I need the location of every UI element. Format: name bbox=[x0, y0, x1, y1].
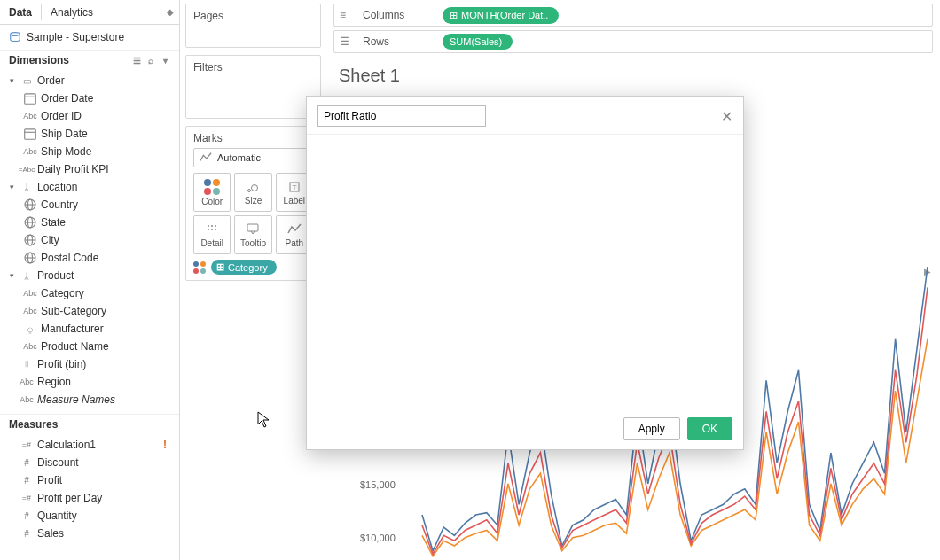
abc-icon: Abc bbox=[20, 395, 34, 404]
field-sales[interactable]: #Sales bbox=[0, 525, 179, 542]
field-category[interactable]: AbcCategory bbox=[0, 284, 179, 302]
field-daily-profit-kpi[interactable]: =AbcDaily Profit KPI bbox=[0, 160, 179, 178]
tooltip-icon bbox=[246, 222, 260, 237]
field-measure-names[interactable]: AbcMeasure Names bbox=[0, 391, 179, 408]
folder-product[interactable]: ▾ᛦProduct bbox=[0, 267, 179, 284]
tab-analytics[interactable]: Analytics bbox=[42, 0, 102, 24]
calc-formula-area[interactable] bbox=[307, 135, 743, 408]
svg-rect-27 bbox=[247, 224, 258, 231]
svg-text:T: T bbox=[292, 183, 296, 191]
svg-point-22 bbox=[211, 225, 213, 227]
folder-order[interactable]: ▾▭Order bbox=[0, 72, 179, 89]
color-icon bbox=[193, 261, 206, 274]
calc-name-input[interactable] bbox=[317, 105, 486, 127]
field-country[interactable]: Country bbox=[0, 196, 179, 214]
size-icon bbox=[246, 180, 260, 194]
expand-icon: ⊞ bbox=[216, 261, 224, 273]
marks-size-button[interactable]: Size bbox=[234, 173, 271, 212]
hash-icon: # bbox=[20, 529, 34, 539]
measures-header: Measures bbox=[0, 414, 179, 434]
rows-icon: ☰ bbox=[340, 35, 354, 48]
rows-pill[interactable]: SUM(Sales) bbox=[443, 34, 513, 50]
field-profit[interactable]: #Profit bbox=[0, 471, 179, 489]
calc-hash-icon: =# bbox=[20, 494, 34, 502]
svg-point-25 bbox=[211, 229, 213, 230]
field-order-id[interactable]: AbcOrder ID bbox=[0, 107, 179, 125]
label-icon: T bbox=[287, 180, 302, 194]
path-icon bbox=[287, 222, 302, 237]
abc-icon: Abc bbox=[20, 377, 34, 386]
marks-card: Marks Automatic Color Size T Label bbox=[185, 126, 321, 281]
marks-color-button[interactable]: Color bbox=[193, 173, 231, 212]
abc-icon: Abc bbox=[23, 307, 37, 315]
abc-icon: Abc bbox=[23, 342, 37, 351]
marks-detail-button[interactable]: Detail bbox=[193, 215, 231, 254]
dimensions-tree: ▾▭Order Order Date AbcOrder ID Ship Date… bbox=[0, 70, 179, 414]
field-state[interactable]: State bbox=[0, 214, 179, 231]
field-calculation1[interactable]: =#Calculation1! bbox=[0, 436, 179, 454]
field-sub-category[interactable]: AbcSub-Category bbox=[0, 302, 179, 320]
field-profit-per-day[interactable]: =#Profit per Day bbox=[0, 489, 179, 507]
field-manufacturer[interactable]: ⍜Manufacturer bbox=[0, 320, 179, 338]
field-city[interactable]: City bbox=[0, 231, 179, 249]
hierarchy-icon: ᛦ bbox=[20, 271, 34, 281]
svg-rect-1 bbox=[25, 94, 36, 104]
data-pane: Data Analytics ◆ Sample - Superstore Dim… bbox=[0, 0, 180, 560]
marks-type-dropdown[interactable]: Automatic bbox=[193, 148, 313, 167]
search-icon[interactable]: ⌕ bbox=[145, 55, 156, 66]
svg-point-0 bbox=[11, 33, 20, 36]
hash-icon: # bbox=[20, 511, 34, 521]
apply-button[interactable]: Apply bbox=[623, 417, 680, 440]
calendar-icon bbox=[23, 91, 37, 105]
menu-icon[interactable]: ▾ bbox=[160, 55, 170, 66]
datasource-name: Sample - Superstore bbox=[27, 31, 124, 43]
calc-hash-icon: =# bbox=[20, 440, 34, 449]
svg-point-18 bbox=[252, 184, 258, 191]
measures-tree: =#Calculation1! #Discount #Profit =#Prof… bbox=[0, 434, 179, 548]
folder-icon: ▭ bbox=[20, 76, 34, 86]
globe-icon bbox=[23, 251, 37, 265]
clip-icon: ⍜ bbox=[23, 324, 37, 334]
field-region[interactable]: AbcRegion bbox=[0, 373, 179, 391]
abc-icon: Abc bbox=[23, 289, 37, 298]
field-postal-code[interactable]: Postal Code bbox=[0, 249, 179, 267]
svg-point-23 bbox=[215, 225, 216, 227]
marks-pill-category[interactable]: ⊞Category bbox=[211, 260, 277, 275]
marks-tooltip-button[interactable]: Tooltip bbox=[234, 215, 271, 254]
field-order-date[interactable]: Order Date bbox=[0, 89, 179, 107]
columns-pill[interactable]: ⊞MONTH(Order Dat.. bbox=[443, 7, 559, 24]
field-discount[interactable]: #Discount bbox=[0, 454, 179, 471]
field-ship-mode[interactable]: AbcShip Mode bbox=[0, 143, 179, 160]
hierarchy-icon: ᛦ bbox=[20, 183, 34, 192]
columns-icon: ≡ bbox=[340, 9, 354, 21]
pages-shelf[interactable]: Pages bbox=[185, 4, 321, 48]
histogram-icon: ⫴ bbox=[20, 359, 34, 369]
view-icon[interactable]: ☰ bbox=[131, 55, 142, 66]
abc-icon: Abc bbox=[23, 147, 37, 156]
field-profit-bin[interactable]: ⫴Profit (bin) bbox=[0, 355, 179, 373]
sheet-title[interactable]: Sheet 1 bbox=[326, 53, 940, 89]
expand-icon: ⊞ bbox=[450, 10, 458, 21]
svg-rect-3 bbox=[25, 129, 36, 139]
filters-shelf[interactable]: Filters bbox=[185, 55, 321, 119]
tab-dropdown-icon[interactable]: ◆ bbox=[161, 7, 179, 17]
hash-icon: # bbox=[20, 458, 34, 468]
field-quantity[interactable]: #Quantity bbox=[0, 507, 179, 525]
field-ship-date[interactable]: Ship Date bbox=[0, 125, 179, 143]
field-product-name[interactable]: AbcProduct Name bbox=[0, 338, 179, 355]
tab-data[interactable]: Data bbox=[0, 0, 41, 24]
datasource-row[interactable]: Sample - Superstore bbox=[0, 25, 179, 50]
close-button[interactable]: ✕ bbox=[721, 108, 732, 125]
color-icon bbox=[204, 179, 220, 195]
globe-icon bbox=[23, 233, 37, 247]
abc-icon: Abc bbox=[23, 112, 37, 121]
folder-location[interactable]: ▾ᛦLocation bbox=[0, 178, 179, 196]
sidebar-tabs: Data Analytics ◆ bbox=[0, 0, 179, 25]
rows-shelf[interactable]: ☰ Rows SUM(Sales) bbox=[333, 30, 933, 53]
svg-point-24 bbox=[208, 229, 209, 230]
datasource-icon bbox=[9, 31, 21, 43]
globe-icon bbox=[23, 198, 37, 212]
calendar-icon bbox=[23, 127, 37, 141]
columns-shelf[interactable]: ≡ Columns ⊞MONTH(Order Dat.. bbox=[333, 4, 933, 27]
ok-button[interactable]: OK bbox=[687, 417, 732, 440]
